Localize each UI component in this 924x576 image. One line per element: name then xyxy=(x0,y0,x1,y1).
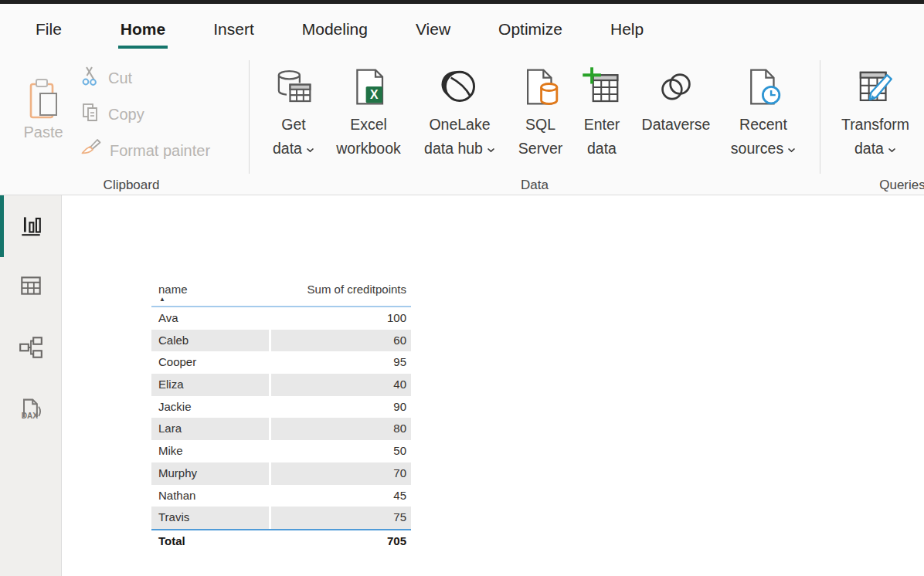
dataverse-icon xyxy=(655,62,697,113)
chevron-down-icon xyxy=(487,147,495,153)
tab-insert[interactable]: Insert xyxy=(213,20,254,39)
group-divider xyxy=(249,60,250,174)
tab-help-label: Help xyxy=(610,20,644,38)
cell-value: 100 xyxy=(271,307,411,330)
copy-label: Copy xyxy=(108,106,144,124)
dataverse-label: Dataverse xyxy=(642,113,711,137)
sidebar-item-report-view[interactable] xyxy=(0,197,62,257)
get-data-button[interactable]: Get data xyxy=(267,62,321,161)
transform-data-icon xyxy=(854,62,896,113)
table-row[interactable]: Eliza 40 xyxy=(151,374,411,396)
cell-value: 95 xyxy=(271,351,411,374)
recent-sources-label-1: Recent xyxy=(739,113,787,137)
recent-sources-icon xyxy=(742,62,784,113)
queries-group-label: Queries xyxy=(820,178,924,193)
tab-optimize[interactable]: Optimize xyxy=(498,20,562,39)
column-header-name[interactable]: name ▲ xyxy=(151,279,269,306)
scissors-icon xyxy=(80,66,100,91)
report-view-icon xyxy=(18,212,44,242)
group-divider xyxy=(820,60,820,174)
table-row[interactable]: Jackie 90 xyxy=(151,396,411,418)
excel-workbook-icon: X xyxy=(348,62,389,113)
cell-name: Nathan xyxy=(151,485,269,507)
cell-name: Eliza xyxy=(151,374,269,396)
cell-value: 45 xyxy=(271,485,411,507)
column-header-sum-of-creditpoints[interactable]: Sum of creditpoints xyxy=(269,279,411,306)
excel-workbook-button[interactable]: X Excel workbook xyxy=(330,62,407,161)
total-value: 705 xyxy=(271,530,411,551)
table-visual[interactable]: name ▲ Sum of creditpoints Ava 100 Caleb… xyxy=(151,279,411,551)
tab-file-label: File xyxy=(36,20,62,38)
cut-button[interactable]: Cut xyxy=(80,65,132,91)
table-total-row: Total 705 xyxy=(151,529,411,551)
total-label: Total xyxy=(151,530,269,551)
transform-data-label-2: data xyxy=(854,137,896,161)
tab-insert-label: Insert xyxy=(213,20,254,38)
tab-modeling[interactable]: Modeling xyxy=(302,20,368,39)
table-row[interactable]: Mike 50 xyxy=(151,440,411,462)
cell-value: 75 xyxy=(271,507,411,529)
tab-view[interactable]: View xyxy=(416,20,450,39)
onelake-data-hub-button[interactable]: OneLake data hub xyxy=(415,62,504,161)
enter-data-button[interactable]: Enter data xyxy=(579,62,625,161)
cell-name: Ava xyxy=(151,307,269,330)
cell-value: 70 xyxy=(271,462,411,485)
cell-name: Caleb xyxy=(151,330,269,352)
chevron-down-icon xyxy=(306,147,314,153)
cell-name: Cooper xyxy=(151,351,269,374)
table-row[interactable]: Caleb 60 xyxy=(151,330,411,352)
cut-label: Cut xyxy=(108,69,132,87)
cell-value: 50 xyxy=(271,440,411,462)
format-painter-icon xyxy=(80,138,102,164)
recent-sources-button[interactable]: Recent sources xyxy=(731,62,796,161)
cell-value: 90 xyxy=(271,396,411,418)
table-row[interactable]: Nathan 45 xyxy=(151,485,411,507)
cell-name: Mike xyxy=(151,440,269,462)
dax-query-view-icon: DAX xyxy=(17,395,45,426)
paste-button[interactable]: Paste xyxy=(8,60,79,141)
chevron-down-icon xyxy=(787,147,796,153)
tab-file[interactable]: File xyxy=(36,20,62,39)
tab-modeling-label: Modeling xyxy=(302,20,368,38)
table-row[interactable]: Cooper 95 xyxy=(151,351,411,374)
svg-text:DAX: DAX xyxy=(22,412,39,420)
sidebar-item-data-view[interactable] xyxy=(0,257,62,317)
tab-help[interactable]: Help xyxy=(610,20,644,39)
get-data-label-2: data xyxy=(273,137,314,161)
sidebar-item-dax-query-view[interactable]: DAX xyxy=(0,381,62,441)
get-data-icon xyxy=(273,62,314,113)
format-painter-button[interactable]: Format painter xyxy=(80,137,210,164)
table-row[interactable]: Lara 80 xyxy=(151,418,411,440)
tab-home-label: Home xyxy=(121,20,165,38)
clipboard-group-label: Clipboard xyxy=(0,178,263,193)
table-row[interactable]: Murphy 70 xyxy=(151,462,411,485)
dataverse-button[interactable]: Dataverse xyxy=(637,62,715,161)
tab-home[interactable]: Home xyxy=(121,20,165,39)
cell-name: Murphy xyxy=(151,462,269,485)
enter-data-label-2: data xyxy=(587,137,617,161)
table-row[interactable]: Ava 100 xyxy=(151,307,411,330)
model-view-icon xyxy=(18,334,44,364)
transform-data-button[interactable]: Transform data xyxy=(838,62,912,161)
cell-name: Travis xyxy=(151,507,269,529)
enter-data-icon xyxy=(581,62,623,113)
onelake-icon xyxy=(439,62,481,113)
cell-value: 40 xyxy=(271,374,411,396)
table-row[interactable]: Travis 75 xyxy=(151,507,411,529)
sql-server-label-2: Server xyxy=(518,137,562,161)
recent-sources-label-2: sources xyxy=(731,137,796,161)
cell-value: 60 xyxy=(271,330,411,352)
onelake-label-1: OneLake xyxy=(429,113,490,137)
sidebar-item-model-view[interactable] xyxy=(0,319,62,379)
excel-workbook-label-1: Excel xyxy=(350,113,387,137)
paste-label: Paste xyxy=(23,124,63,141)
copy-button[interactable]: Copy xyxy=(80,101,144,127)
powerbi-window: File Home Insert Modeling View Optimize … xyxy=(0,0,924,576)
get-data-label-1: Get xyxy=(281,113,305,137)
excel-workbook-label-2: workbook xyxy=(336,137,400,161)
data-group-label: Data xyxy=(249,178,820,193)
format-painter-label: Format painter xyxy=(110,142,210,160)
sql-server-button[interactable]: SQL Server xyxy=(515,62,566,161)
tab-optimize-label: Optimize xyxy=(498,20,562,38)
report-canvas[interactable]: name ▲ Sum of creditpoints Ava 100 Caleb… xyxy=(62,195,924,576)
